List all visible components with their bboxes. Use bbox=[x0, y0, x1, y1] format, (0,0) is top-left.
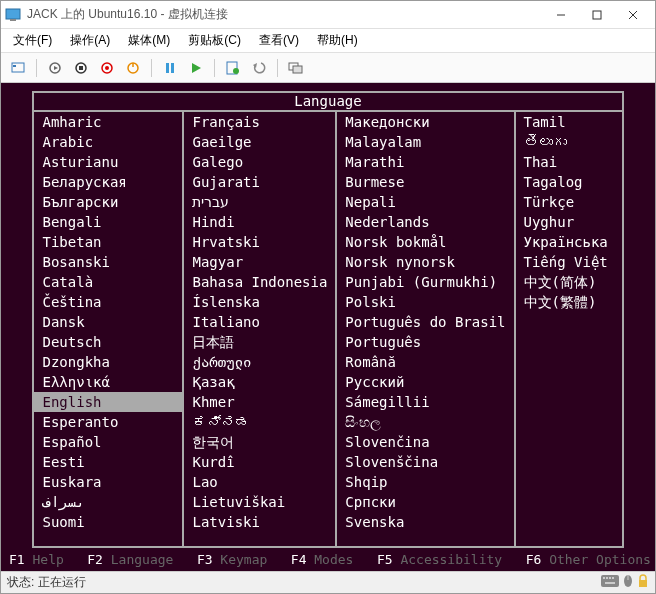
language-option[interactable]: Uyghur bbox=[516, 212, 622, 232]
language-option[interactable]: Hrvatski bbox=[184, 232, 335, 252]
language-option[interactable]: Gaeilge bbox=[184, 132, 335, 152]
language-option[interactable]: Hindi bbox=[184, 212, 335, 232]
language-option[interactable]: Српски bbox=[337, 492, 513, 512]
language-option[interactable]: Lietuviškai bbox=[184, 492, 335, 512]
language-option[interactable]: Slovenščina bbox=[337, 452, 513, 472]
language-option[interactable]: Tibetan bbox=[34, 232, 182, 252]
language-option[interactable]: Asturianu bbox=[34, 152, 182, 172]
checkpoint-button[interactable] bbox=[222, 57, 244, 79]
menu-view[interactable]: 查看(V) bbox=[251, 30, 307, 51]
language-option[interactable]: Magyar bbox=[184, 252, 335, 272]
revert-button[interactable] bbox=[248, 57, 270, 79]
language-option[interactable]: 한국어 bbox=[184, 432, 335, 452]
svg-marker-9 bbox=[54, 66, 58, 70]
language-option[interactable]: Shqip bbox=[337, 472, 513, 492]
language-option[interactable]: Bosanski bbox=[34, 252, 182, 272]
language-option[interactable]: Euskara bbox=[34, 472, 182, 492]
language-option[interactable]: 中文(简体) bbox=[516, 272, 622, 292]
language-option[interactable]: Русский bbox=[337, 372, 513, 392]
language-selector: Language AmharicArabicAsturianuБеларуска… bbox=[32, 91, 623, 548]
language-option[interactable]: ქართული bbox=[184, 352, 335, 372]
language-option[interactable]: Polski bbox=[337, 292, 513, 312]
language-option[interactable]: Italiano bbox=[184, 312, 335, 332]
language-option[interactable]: 中文(繁體) bbox=[516, 292, 622, 312]
language-option[interactable]: Svenska bbox=[337, 512, 513, 532]
ctrl-alt-del-button[interactable] bbox=[7, 57, 29, 79]
svg-point-13 bbox=[105, 66, 109, 70]
language-option[interactable]: Slovenčina bbox=[337, 432, 513, 452]
language-option[interactable]: 日本語 bbox=[184, 332, 335, 352]
language-option[interactable]: తెలుగు bbox=[516, 132, 622, 152]
language-option[interactable]: Македонски bbox=[337, 112, 513, 132]
language-option[interactable]: Burmese bbox=[337, 172, 513, 192]
language-option[interactable]: Punjabi (Gurmukhi) bbox=[337, 272, 513, 292]
language-option[interactable]: ىسراف bbox=[34, 492, 182, 512]
language-option[interactable]: Gujarati bbox=[184, 172, 335, 192]
language-option[interactable]: Norsk bokmål bbox=[337, 232, 513, 252]
language-option[interactable]: Беларуская bbox=[34, 172, 182, 192]
maximize-button[interactable] bbox=[579, 3, 615, 27]
language-option[interactable]: Català bbox=[34, 272, 182, 292]
language-option[interactable]: Arabic bbox=[34, 132, 182, 152]
language-option[interactable]: Български bbox=[34, 192, 182, 212]
language-option[interactable]: Português bbox=[337, 332, 513, 352]
minimize-button[interactable] bbox=[543, 3, 579, 27]
language-option[interactable]: Dzongkha bbox=[34, 352, 182, 372]
language-option[interactable]: Nepali bbox=[337, 192, 513, 212]
language-option[interactable]: Français bbox=[184, 112, 335, 132]
stop-button[interactable] bbox=[70, 57, 92, 79]
language-option[interactable]: English bbox=[34, 392, 182, 412]
menu-media[interactable]: 媒体(M) bbox=[120, 30, 178, 51]
menu-help[interactable]: 帮助(H) bbox=[309, 30, 366, 51]
language-option[interactable]: Română bbox=[337, 352, 513, 372]
language-option[interactable]: עברית bbox=[184, 192, 335, 212]
toolbar bbox=[1, 53, 655, 83]
language-option[interactable]: Nederlands bbox=[337, 212, 513, 232]
language-option[interactable]: Sámegillii bbox=[337, 392, 513, 412]
vm-screen[interactable]: Language AmharicArabicAsturianuБеларуска… bbox=[1, 83, 655, 571]
language-option[interactable]: Amharic bbox=[34, 112, 182, 132]
language-option[interactable]: Latviski bbox=[184, 512, 335, 532]
language-option[interactable]: සිංහල bbox=[337, 412, 513, 432]
start-button[interactable] bbox=[44, 57, 66, 79]
language-option[interactable]: Español bbox=[34, 432, 182, 452]
language-option[interactable]: Tagalog bbox=[516, 172, 622, 192]
enhanced-session-button[interactable] bbox=[285, 57, 307, 79]
language-option[interactable]: Português do Brasil bbox=[337, 312, 513, 332]
svg-rect-6 bbox=[12, 63, 24, 72]
menu-action[interactable]: 操作(A) bbox=[62, 30, 118, 51]
language-option[interactable]: Suomi bbox=[34, 512, 182, 532]
language-option[interactable]: Українська bbox=[516, 232, 622, 252]
keyboard-icon bbox=[601, 575, 619, 590]
language-option[interactable]: Íslenska bbox=[184, 292, 335, 312]
language-option[interactable]: Қазақ bbox=[184, 372, 335, 392]
language-option[interactable]: Norsk nynorsk bbox=[337, 252, 513, 272]
close-button[interactable] bbox=[615, 3, 651, 27]
language-option[interactable]: Marathi bbox=[337, 152, 513, 172]
language-option[interactable]: Tiếng Việt bbox=[516, 252, 622, 272]
play-button[interactable] bbox=[185, 57, 207, 79]
language-column-4: TamilతెలుగుThaiTagalogTürkçeUyghurУкраїн… bbox=[515, 111, 623, 547]
language-option[interactable]: Kurdî bbox=[184, 452, 335, 472]
language-option[interactable]: Bengali bbox=[34, 212, 182, 232]
pause-button[interactable] bbox=[159, 57, 181, 79]
language-option[interactable]: Ελληνικά bbox=[34, 372, 182, 392]
language-option[interactable]: Bahasa Indonesia bbox=[184, 272, 335, 292]
language-option[interactable]: Lao bbox=[184, 472, 335, 492]
menu-clipboard[interactable]: 剪贴板(C) bbox=[180, 30, 249, 51]
language-option[interactable]: Türkçe bbox=[516, 192, 622, 212]
language-option[interactable]: Malayalam bbox=[337, 132, 513, 152]
language-option[interactable]: Khmer bbox=[184, 392, 335, 412]
language-option[interactable]: Galego bbox=[184, 152, 335, 172]
language-option[interactable]: Deutsch bbox=[34, 332, 182, 352]
reset-button[interactable] bbox=[122, 57, 144, 79]
language-option[interactable]: ಕನ್ನಡ bbox=[184, 412, 335, 432]
language-option[interactable]: Čeština bbox=[34, 292, 182, 312]
language-option[interactable]: Dansk bbox=[34, 312, 182, 332]
language-option[interactable]: Eesti bbox=[34, 452, 182, 472]
language-option[interactable]: Esperanto bbox=[34, 412, 182, 432]
language-option[interactable]: Tamil bbox=[516, 112, 622, 132]
menu-file[interactable]: 文件(F) bbox=[5, 30, 60, 51]
language-option[interactable]: Thai bbox=[516, 152, 622, 172]
shutdown-button[interactable] bbox=[96, 57, 118, 79]
